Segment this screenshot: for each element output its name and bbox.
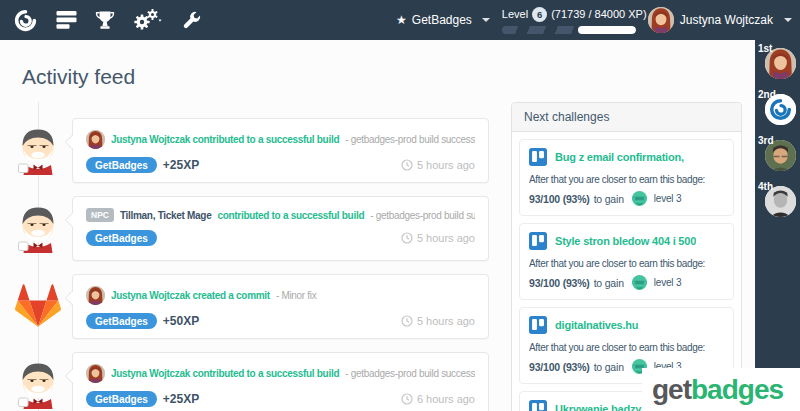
top-navbar: ★ GetBadges Level 6 (71739 / 84000 XP) J… [0, 0, 800, 40]
wrench-icon[interactable] [172, 0, 210, 40]
main-content: Activity feed Justyna Wojtczak contribut… [0, 40, 755, 411]
feed-row: Justyna Wojtczak contributed to a succes… [0, 118, 492, 183]
jenkins-icon [15, 125, 61, 175]
project-badge[interactable]: GetBadges [86, 313, 157, 329]
rank-label: 3rd [758, 135, 774, 146]
chevron-down-icon [784, 18, 792, 22]
chevron-down-icon [482, 18, 490, 22]
jenkins-icon [15, 359, 61, 409]
next-challenges-panel: Next challenges Bug z email confirmation… [511, 102, 742, 411]
challenge-link[interactable]: digitalnatives.hu [555, 319, 638, 331]
leaderboard-rank-4[interactable]: 4th [755, 179, 800, 224]
actor-avatar [86, 364, 105, 383]
level-label: Level [502, 8, 528, 20]
badge-creature-icon [631, 190, 648, 207]
actor-avatar [86, 130, 105, 149]
challenge-link[interactable]: Bug z email confirmation, [555, 151, 684, 163]
activity-detail: - getbadges-prod build success [370, 210, 475, 221]
brand-badges-text: badges [691, 374, 783, 406]
trello-icon [529, 232, 547, 250]
activity-detail: - getbadges-prod build success [345, 134, 475, 145]
trello-icon [529, 316, 547, 334]
timestamp: 5 hours ago [401, 159, 475, 171]
leaderboard-rank-1[interactable]: 1st [755, 41, 800, 86]
timestamp: 6 hours ago [401, 393, 475, 405]
actor-name: Tillman, Ticket Mage [120, 210, 211, 221]
getbadges-brand-logo[interactable]: getbadges [642, 368, 800, 411]
rank-label: 4th [758, 181, 773, 192]
feed-row: NPC Tillman, Ticket Mage contributed to … [0, 196, 492, 261]
user-avatar [648, 7, 674, 33]
actor-avatar [86, 286, 105, 305]
rank-label: 1st [758, 43, 772, 54]
leaderboard-rank-3[interactable]: 3rd [755, 133, 800, 178]
challenge-progress: 93/100 (93%) [529, 277, 590, 289]
xp-gain: +25XP [163, 392, 199, 406]
activity-link[interactable]: Justyna Wojtczak created a commit [111, 290, 270, 301]
leaderboard-rank-2[interactable]: 2nd [755, 87, 800, 132]
getbadges-app: ★ GetBadges Level 6 (71739 / 84000 XP) J… [0, 0, 800, 411]
feed-row: Justyna Wojtczak created a commit - Mino… [0, 274, 492, 339]
npc-tag: NPC [86, 208, 114, 222]
challenge-progress: 93/100 (93%) [529, 193, 590, 205]
activity-link[interactable]: contributed to a successful build [217, 210, 364, 221]
leaderboard-sidebar: 1st 2nd 3rd 4th [755, 40, 800, 411]
trophy-icon[interactable] [86, 0, 124, 40]
feed-row: Justyna Wojtczak contributed to a succes… [0, 352, 492, 411]
challenge-text: After that you are closer to earn this b… [529, 342, 724, 353]
navbar-right: ★ GetBadges Level 6 (71739 / 84000 XP) J… [396, 7, 800, 34]
getbadges-logo-icon[interactable] [4, 0, 47, 40]
trello-icon [529, 148, 547, 166]
activity-list-icon[interactable] [47, 0, 86, 40]
project-badge[interactable]: GetBadges [86, 230, 157, 246]
gain-label: to gain [594, 277, 624, 289]
challenge-item: Style stron bledow 404 i 500 After that … [519, 223, 734, 300]
jenkins-icon [15, 203, 61, 253]
challenge-text: After that you are closer to earn this b… [529, 258, 724, 269]
xp-text: (71739 / 84000 XP) [551, 8, 646, 20]
page-title: Activity feed [22, 65, 755, 89]
clock-icon [401, 232, 413, 244]
challenge-progress: 93/100 (93%) [529, 361, 590, 373]
challenge-link[interactable]: Style stron bledow 404 i 500 [555, 235, 696, 247]
challenge-text: After that you are closer to earn this b… [529, 174, 724, 185]
badge-level: level 3 [654, 193, 682, 204]
star-icon: ★ [396, 13, 407, 27]
badge-creature-icon [631, 274, 648, 291]
challenges-header: Next challenges [512, 103, 741, 132]
rank-label: 2nd [758, 89, 776, 100]
badge-level: level 3 [654, 277, 682, 288]
timestamp: 5 hours ago [401, 232, 475, 244]
team-selector-label: GetBadges [412, 13, 472, 27]
trello-icon [529, 400, 547, 411]
clock-icon [401, 159, 413, 171]
challenge-item: Bug z email confirmation, After that you… [519, 139, 734, 216]
clock-icon [401, 315, 413, 327]
xp-gain: +50XP [163, 314, 199, 328]
timestamp: 5 hours ago [401, 315, 475, 327]
gain-label: to gain [594, 193, 624, 205]
level-block: Level 6 (71739 / 84000 XP) [502, 7, 636, 34]
xp-gain: +25XP [163, 158, 199, 172]
activity-card: NPC Tillman, Ticket Mage contributed to … [72, 196, 489, 261]
user-name: Justyna Wojtczak [680, 13, 773, 27]
activity-detail: - getbadges-prod build success [345, 368, 475, 379]
activity-link[interactable]: Justyna Wojtczak contributed to a succes… [111, 368, 339, 379]
user-menu[interactable]: Justyna Wojtczak [648, 7, 792, 33]
activity-feed: Justyna Wojtczak contributed to a succes… [0, 118, 492, 411]
activity-link[interactable]: Justyna Wojtczak contributed to a succes… [111, 134, 339, 145]
settings-gears-icon[interactable] [124, 0, 172, 40]
gain-label: to gain [594, 361, 624, 373]
xp-progress-bar [502, 26, 636, 34]
activity-card: Justyna Wojtczak contributed to a succes… [72, 118, 489, 183]
activity-card: Justyna Wojtczak created a commit - Mino… [72, 274, 489, 339]
project-badge[interactable]: GetBadges [86, 157, 157, 173]
clock-icon [401, 393, 413, 405]
activity-detail: - Minor fix [276, 290, 317, 301]
gitlab-icon [15, 281, 61, 331]
xp-progress-fill [578, 26, 636, 34]
team-selector[interactable]: ★ GetBadges [396, 13, 490, 27]
project-badge[interactable]: GetBadges [86, 391, 157, 407]
level-badge: 6 [532, 7, 547, 22]
activity-card: Justyna Wojtczak contributed to a succes… [72, 352, 489, 411]
